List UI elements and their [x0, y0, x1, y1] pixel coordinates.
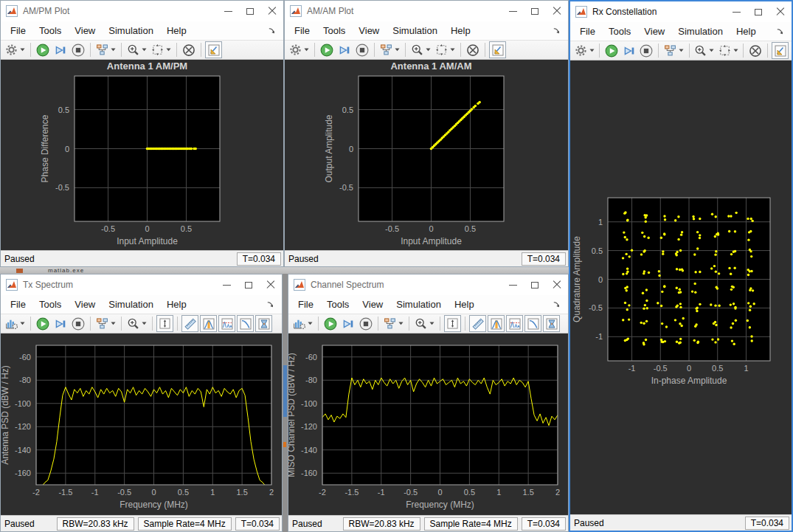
- maximize-button[interactable]: [524, 1, 546, 21]
- menu-item-file[interactable]: File: [288, 23, 316, 38]
- menu-item-simulation[interactable]: Simulation: [671, 24, 730, 39]
- maximize-button[interactable]: [747, 1, 769, 22]
- zoom-in-button[interactable]: [409, 41, 433, 58]
- menu-item-simulation[interactable]: Simulation: [389, 297, 448, 312]
- run-button[interactable]: [34, 315, 52, 332]
- signal-log-button[interactable]: [772, 42, 789, 59]
- zoom-in-button[interactable]: [125, 41, 149, 58]
- tx-spectrum-canvas[interactable]: -2-1.5-1-0.500.511.52-160-140-120-100-80…: [1, 334, 282, 515]
- close-button[interactable]: [261, 1, 283, 21]
- scale-axes-button[interactable]: [716, 42, 740, 59]
- step-forward-button[interactable]: [52, 41, 69, 58]
- stop-button[interactable]: [69, 41, 87, 58]
- menu-item-tools[interactable]: Tools: [32, 297, 68, 312]
- menu-item-help[interactable]: Help: [448, 297, 481, 312]
- simulink-steps-button[interactable]: [381, 315, 406, 332]
- simulink-steps-button[interactable]: [94, 41, 118, 58]
- ccdf-measure-button[interactable]: [237, 315, 254, 332]
- menu-item-view[interactable]: View: [637, 24, 671, 39]
- dropdown-arrow-icon[interactable]: [450, 48, 455, 52]
- menu-item-view[interactable]: View: [68, 297, 102, 312]
- close-button[interactable]: [260, 274, 282, 295]
- menu-item-simulation[interactable]: Simulation: [102, 297, 160, 312]
- menu-item-tools[interactable]: Tools: [602, 24, 637, 39]
- dock-arrow-icon[interactable]: [266, 300, 274, 308]
- maximize-button[interactable]: [239, 1, 261, 21]
- menu-item-help[interactable]: Help: [730, 24, 763, 39]
- dropdown-arrow-icon[interactable]: [20, 322, 25, 325]
- maximize-axes-button[interactable]: [747, 42, 764, 59]
- distortion-measure-button[interactable]: [218, 315, 235, 332]
- dropdown-arrow-icon[interactable]: [395, 48, 400, 52]
- titlebar[interactable]: AM/PM Plot: [1, 1, 283, 21]
- scale-axes-button[interactable]: [433, 41, 457, 58]
- measurements-ruler-button[interactable]: [469, 315, 486, 332]
- menu-item-simulation[interactable]: Simulation: [386, 23, 444, 38]
- spectrum-settings-button[interactable]: [3, 315, 27, 332]
- minimize-button[interactable]: [217, 1, 239, 21]
- minimize-button[interactable]: [502, 1, 524, 21]
- settings-gear-button[interactable]: [287, 41, 311, 58]
- fit-vertical-button[interactable]: [156, 315, 173, 332]
- channel-spectrum-canvas[interactable]: -2-1.5-1-0.500.511.52-160-140-120-100-80…: [288, 334, 568, 515]
- menu-item-view[interactable]: View: [356, 297, 389, 312]
- dock-arrow-icon[interactable]: [776, 27, 784, 35]
- titlebar[interactable]: AM/AM Plot: [285, 1, 568, 21]
- zoom-in-button[interactable]: [693, 42, 716, 59]
- signal-log-button[interactable]: [489, 41, 506, 58]
- ccdf-measure-button[interactable]: [524, 315, 541, 332]
- menu-item-simulation[interactable]: Simulation: [102, 23, 160, 38]
- dropdown-arrow-icon[interactable]: [142, 48, 147, 52]
- minimize-button[interactable]: [215, 274, 238, 295]
- dropdown-arrow-icon[interactable]: [426, 48, 431, 52]
- menu-item-help[interactable]: Help: [160, 297, 193, 312]
- close-button[interactable]: [546, 274, 568, 295]
- amam-plot-canvas[interactable]: -0.500.5-0.500.5Antenna 1 AM/AMInput Amp…: [285, 60, 568, 250]
- menu-item-help[interactable]: Help: [160, 23, 193, 38]
- distortion-measure-button[interactable]: [506, 315, 523, 332]
- menu-item-file[interactable]: File: [4, 297, 32, 312]
- dropdown-arrow-icon[interactable]: [111, 48, 116, 52]
- dropdown-arrow-icon[interactable]: [308, 322, 313, 325]
- run-button[interactable]: [318, 41, 336, 58]
- fit-vertical-button[interactable]: [444, 315, 461, 332]
- dock-arrow-icon[interactable]: [553, 300, 561, 308]
- settings-gear-button[interactable]: [572, 42, 596, 59]
- dropdown-arrow-icon[interactable]: [111, 322, 116, 325]
- menu-item-view[interactable]: View: [352, 23, 386, 38]
- spectral-mask-button[interactable]: [543, 315, 560, 332]
- menu-item-tools[interactable]: Tools: [320, 297, 356, 312]
- simulink-steps-button[interactable]: [662, 42, 685, 59]
- dropdown-arrow-icon[interactable]: [679, 49, 684, 52]
- ampm-plot-canvas[interactable]: -0.500.5-0.500.5Antenna 1 AM/PMInput Amp…: [1, 60, 283, 250]
- step-forward-button[interactable]: [339, 315, 357, 332]
- titlebar[interactable]: Channel Spectrum: [288, 274, 568, 295]
- dock-arrow-icon[interactable]: [268, 27, 276, 35]
- close-button[interactable]: [769, 1, 792, 22]
- menu-item-file[interactable]: File: [291, 297, 320, 312]
- dropdown-arrow-icon[interactable]: [166, 48, 171, 52]
- run-button[interactable]: [34, 41, 52, 58]
- run-button[interactable]: [603, 42, 620, 59]
- spectral-mask-button[interactable]: [255, 315, 272, 332]
- measurements-ruler-button[interactable]: [181, 315, 198, 332]
- stop-button[interactable]: [353, 41, 371, 58]
- simulink-steps-button[interactable]: [94, 315, 118, 332]
- titlebar[interactable]: Rx Constellation: [570, 1, 792, 22]
- dock-arrow-icon[interactable]: [553, 27, 561, 35]
- dropdown-arrow-icon[interactable]: [589, 49, 595, 52]
- peak-finder-button[interactable]: [200, 315, 217, 332]
- stop-button[interactable]: [69, 315, 87, 332]
- dropdown-arrow-icon[interactable]: [733, 49, 738, 52]
- step-forward-button[interactable]: [52, 315, 69, 332]
- dropdown-arrow-icon[interactable]: [142, 322, 147, 325]
- menu-item-file[interactable]: File: [573, 24, 602, 39]
- dropdown-arrow-icon[interactable]: [20, 48, 25, 52]
- scale-axes-button[interactable]: [149, 41, 173, 58]
- simulink-steps-button[interactable]: [378, 41, 402, 58]
- peak-finder-button[interactable]: [488, 315, 505, 332]
- minimize-button[interactable]: [725, 1, 747, 22]
- zoom-in-button[interactable]: [125, 315, 149, 332]
- minimize-button[interactable]: [502, 274, 524, 295]
- close-button[interactable]: [546, 1, 568, 21]
